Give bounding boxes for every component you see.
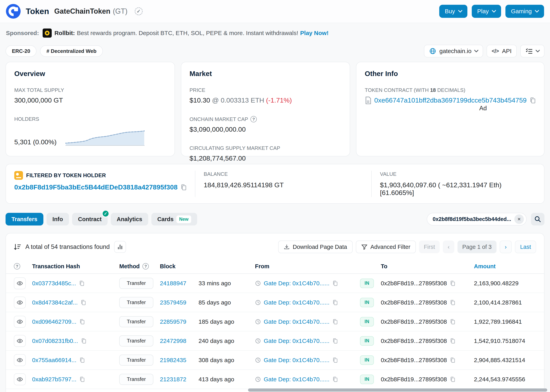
age-value: 33 mins ago [199, 280, 255, 287]
copy-icon[interactable] [332, 357, 338, 363]
site-dropdown[interactable]: gatechain.io [424, 45, 483, 57]
from-address-link[interactable]: Gate Dep: 0x1C4b70...... [264, 318, 329, 325]
tx-hash-link[interactable]: 0x755aa66914... [32, 357, 77, 364]
tab-contract[interactable]: Contract ✓ [72, 213, 107, 225]
api-button[interactable]: </> API [487, 45, 517, 57]
horizontal-scrollbar[interactable] [248, 388, 547, 392]
tx-hash-link[interactable]: 0x07d08231fb0... [32, 337, 78, 344]
tab-cards[interactable]: Cards New [151, 213, 197, 225]
copy-icon[interactable] [450, 357, 455, 363]
page-header: Token GateChainToken (GT) ✓ Buy Play Gam… [0, 0, 550, 23]
holder-filter-bar: FILTERED BY TOKEN HOLDER 0x2b8F8d19F5ba3… [6, 164, 544, 204]
amount-value: 1,542,910.7518074 [474, 337, 536, 344]
copy-icon[interactable] [529, 97, 536, 104]
from-address-link[interactable]: Gate Dep: 0x1C4b70...... [264, 299, 329, 306]
tab-analytics[interactable]: Analytics [111, 213, 148, 225]
holder-address-link[interactable]: 0x2b8F8d19F5ba3bEc5B44dEDeD3818a427895f3… [14, 183, 178, 191]
block-link[interactable]: 24188947 [160, 280, 186, 287]
copy-icon[interactable] [450, 377, 455, 382]
preview-tx-button[interactable] [14, 316, 26, 328]
tx-hash-link[interactable]: 0xd096462709... [32, 318, 77, 325]
copy-icon[interactable] [332, 280, 338, 286]
pagination-next[interactable]: › [500, 241, 512, 253]
copy-icon[interactable] [79, 357, 85, 363]
from-address-link[interactable]: Gate Dep: 0x1C4b70...... [264, 376, 329, 383]
block-link[interactable]: 21231872 [160, 376, 186, 383]
copy-icon[interactable] [81, 338, 86, 344]
copy-icon[interactable] [332, 319, 338, 324]
buy-button[interactable]: Buy [439, 5, 467, 18]
method-badge[interactable]: Transfer [119, 316, 153, 327]
preview-tx-button[interactable] [14, 297, 26, 308]
method-badge[interactable]: Transfer [119, 297, 153, 308]
copy-icon[interactable] [450, 280, 455, 286]
col-amount-sort[interactable]: Amount [474, 263, 536, 270]
tx-hash-link[interactable]: 0x03773d485c... [32, 280, 76, 287]
funnel-icon [361, 244, 367, 250]
copy-icon[interactable] [332, 300, 338, 305]
preview-tx-button[interactable] [14, 335, 26, 347]
method-badge[interactable]: Transfer [119, 335, 153, 346]
sort-icon[interactable] [14, 244, 21, 250]
pagination-prev[interactable]: ‹ [443, 241, 454, 253]
tab-info[interactable]: Info [47, 213, 69, 225]
from-address-link[interactable]: Gate Dep: 0x1C4b70...... [264, 337, 329, 344]
preview-tx-button[interactable] [14, 277, 26, 289]
tag-erc20[interactable]: ERC-20 [6, 45, 36, 57]
preview-tx-button[interactable] [14, 373, 26, 385]
copy-icon[interactable] [79, 280, 84, 286]
tx-hash-link[interactable]: 0xab927b5797... [32, 376, 77, 383]
from-address-link[interactable]: Gate Dep: 0x1C4b70...... [264, 280, 329, 287]
tag-decentralized-web[interactable]: # Decentralized Web [40, 45, 103, 57]
chart-view-button[interactable] [114, 241, 126, 253]
download-page-data-button[interactable]: Download Page Data [278, 241, 353, 253]
sponsored-label: Sponsored: [6, 30, 39, 36]
copy-icon[interactable] [180, 184, 187, 190]
table-row: 0xab927b5797... Transfer 21231872 413 da… [6, 370, 544, 389]
copy-icon[interactable] [332, 338, 338, 344]
circulating-cap-label: CIRCULATING SUPPLY MARKET CAP [190, 145, 342, 151]
address-filter-chip[interactable]: 0x2b8f8d19f5ba3bec5b44ded... × [427, 213, 527, 225]
to-address: 0x2b8F8d19...27895f308 [381, 299, 447, 306]
block-link[interactable]: 22859579 [160, 318, 186, 325]
block-link[interactable]: 21982435 [160, 357, 186, 364]
search-button[interactable] [531, 213, 544, 225]
help-icon[interactable]: ? [250, 116, 257, 122]
play-button[interactable]: Play [472, 5, 501, 18]
gaming-button[interactable]: Gaming [505, 5, 544, 18]
balance-label: BALANCE [204, 171, 363, 177]
view-options-dropdown[interactable] [520, 45, 544, 57]
copy-icon[interactable] [450, 338, 455, 344]
token-symbol: (GT) [113, 7, 128, 15]
pagination-first[interactable]: First [419, 241, 440, 253]
contract-address-link[interactable]: 0xe66747a101bff2dba3697199dcce5b743b4547… [374, 96, 527, 104]
block-link[interactable]: 22472998 [160, 337, 186, 344]
copy-icon[interactable] [450, 300, 455, 305]
advanced-filter-button[interactable]: Advanced Filter [356, 241, 416, 253]
tx-hash-link[interactable]: 0x8d47384c2af... [32, 299, 78, 306]
help-icon[interactable]: ? [14, 263, 20, 269]
method-badge[interactable]: Transfer [119, 355, 153, 366]
from-address-link[interactable]: Gate Dep: 0x1C4b70...... [264, 357, 329, 364]
clear-filter-button[interactable]: × [514, 214, 524, 224]
copy-icon[interactable] [332, 377, 338, 382]
copy-icon[interactable] [79, 319, 85, 324]
copy-icon[interactable] [80, 300, 86, 305]
summary-cards: Overview MAX TOTAL SUPPLY 300,000,000 GT… [0, 57, 550, 156]
tabs-row: Transfers Info Contract ✓ Analytics Card… [6, 213, 544, 225]
method-badge[interactable]: Transfer [119, 374, 153, 385]
pagination-last[interactable]: Last [515, 241, 536, 253]
method-badge[interactable]: Transfer [119, 278, 153, 289]
tab-transfers[interactable]: Transfers [6, 213, 43, 225]
block-link[interactable]: 23579459 [160, 299, 186, 306]
market-card: Market PRICE $10.30 @ 0.003313 ETH (-1.7… [181, 62, 350, 156]
play-now-link[interactable]: Play Now! [300, 30, 329, 36]
copy-icon[interactable] [79, 377, 85, 382]
search-icon [534, 216, 541, 223]
clock-icon [255, 338, 261, 344]
col-method: Method [119, 263, 140, 270]
direction-badge: IN [360, 279, 374, 288]
copy-icon[interactable] [450, 319, 455, 324]
help-icon[interactable]: ? [143, 263, 149, 269]
preview-tx-button[interactable] [14, 354, 26, 366]
